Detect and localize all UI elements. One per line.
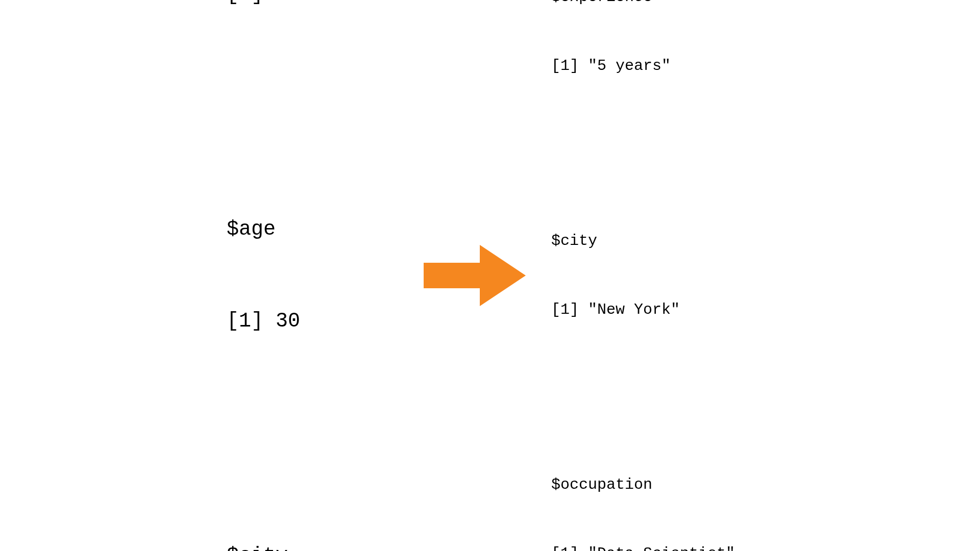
output-entry: $name [1] "John" <box>227 0 398 71</box>
output-key: $city <box>227 541 398 551</box>
output-entry: $age [1] 30 <box>227 153 398 398</box>
output-value: [1] "Data Scientist" <box>551 542 753 551</box>
output-entry: $city [1] "New York" <box>551 184 753 367</box>
left-code-block: $name [1] "John" $age [1] 30 $city [1] "… <box>227 0 408 551</box>
output-value: [1] 30 <box>227 306 398 337</box>
output-value: [1] "John" <box>227 0 398 10</box>
output-entry: $city [1] "New York" <box>227 480 398 551</box>
arrow-shape <box>424 245 526 306</box>
arrow-icon <box>424 240 526 311</box>
output-key: $age <box>227 214 398 245</box>
output-key: $city <box>551 230 753 253</box>
output-entry: $experience [1] "5 years" <box>551 0 753 123</box>
output-value: [1] "5 years" <box>551 55 753 78</box>
output-entry: $occupation [1] "Data Scientist" <box>551 428 753 551</box>
output-key: $occupation <box>551 473 753 496</box>
output-key: $experience <box>551 0 753 9</box>
output-value: [1] "New York" <box>551 298 753 321</box>
right-code-block: $name [1] "John" $age [1] 30 $experience… <box>541 0 753 551</box>
diagram-container: $name [1] "John" $age [1] 30 $city [1] "… <box>0 0 980 551</box>
